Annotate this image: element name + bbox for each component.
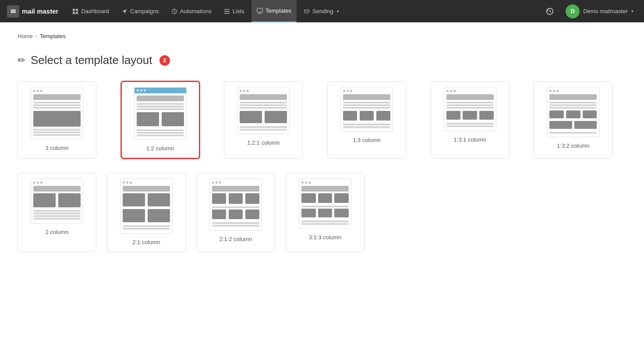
nav-automations-label: Automations (180, 8, 212, 14)
template-card-2-1col[interactable]: 2:1 column (107, 173, 186, 252)
template-card-1col[interactable]: 1 column (18, 81, 96, 159)
nav-campaigns-label: Campaigns (130, 8, 159, 14)
card-preview-2col (31, 178, 83, 224)
card-label-1col: 1 column (46, 145, 69, 151)
template-grid-row1: 1 column (18, 81, 626, 159)
breadcrumb-separator: › (35, 33, 37, 39)
card-label-3-1-3col: 3:1:3 column (309, 234, 341, 241)
card-preview-1-3col (340, 87, 393, 131)
svg-rect-9 (258, 13, 262, 14)
nav-templates[interactable]: Templates (251, 0, 297, 22)
history-button[interactable] (543, 4, 557, 18)
user-chevron: ▾ (631, 9, 633, 14)
main-content: Home › Templates ✏ Select a template lay… (0, 22, 644, 348)
brand-logo: ✉ mail master (7, 5, 58, 18)
template-grid-row2: 2 column 2:1 column (18, 173, 626, 252)
nav-automations[interactable]: Automations (166, 0, 217, 22)
nav-templates-label: Templates (265, 7, 291, 14)
page-title: Select a template layout (31, 53, 152, 67)
template-card-1-3col[interactable]: 1:3 column (327, 81, 406, 159)
nav-campaigns[interactable]: Campaigns (116, 0, 164, 22)
nav-dashboard-label: Dashboard (81, 8, 109, 14)
svg-rect-7 (224, 13, 230, 14)
breadcrumb: Home › Templates (18, 33, 626, 39)
card-label-2col: 2 column (46, 229, 69, 235)
breadcrumb-current: Templates (40, 33, 66, 39)
card-preview-1-3-1col (444, 87, 496, 131)
template-card-1-3-1col[interactable]: 1:3:1 column (431, 81, 510, 159)
svg-rect-8 (257, 8, 262, 12)
pencil-icon: ✏ (18, 55, 25, 66)
card-preview-1col (31, 87, 83, 139)
brand-icon: ✉ (7, 5, 19, 18)
card-label-1-2col: 1:2 column (146, 145, 174, 152)
card-preview-1-2col (134, 87, 187, 140)
brand-name: mail master (22, 7, 58, 15)
card-preview-2-1-2col (209, 178, 262, 231)
card-label-2-1-2col: 2:1:2 column (219, 236, 252, 242)
nav-lists-label: Lists (233, 8, 244, 14)
card-preview-1-3-2col (547, 87, 599, 137)
nav-sending-label: Sending (312, 8, 333, 14)
svg-rect-1 (76, 8, 78, 11)
nav-sending[interactable]: Sending ▾ (298, 0, 344, 22)
step-badge: 2 (159, 55, 170, 66)
card-preview-2-1col (120, 178, 173, 234)
card-label-1-3-1col: 1:3:1 column (453, 136, 486, 143)
navbar: ✉ mail master Dashboard Campaigns Automa… (0, 0, 644, 22)
card-preview-1-2-1col (237, 87, 290, 134)
breadcrumb-home[interactable]: Home (18, 33, 33, 39)
card-label-1-3-2col: 1:3:2 column (557, 142, 589, 149)
nav-lists[interactable]: Lists (219, 0, 250, 22)
svg-rect-2 (73, 11, 75, 14)
avatar: D (566, 4, 580, 18)
nav-right: D Demo mailmaster ▾ (543, 0, 637, 22)
nav-sending-chevron: ▾ (337, 9, 339, 14)
svg-rect-3 (76, 11, 78, 14)
card-preview-3-1-3col (299, 178, 351, 229)
nav-dashboard[interactable]: Dashboard (67, 0, 114, 22)
user-menu[interactable]: D Demo mailmaster ▾ (562, 0, 637, 22)
card-label-2-1col: 2:1 column (132, 239, 160, 245)
template-card-2col[interactable]: 2 column (18, 173, 96, 252)
template-card-3-1-3col[interactable]: 3:1:3 column (286, 173, 364, 252)
page-title-row: ✏ Select a template layout 2 (18, 53, 626, 67)
template-card-1-3-2col[interactable]: 1:3:2 column (534, 81, 612, 159)
card-label-1-2-1col: 1:2:1 column (247, 139, 280, 146)
template-card-1-2-1col[interactable]: 1:2:1 column (224, 81, 303, 159)
template-card-2-1-2col[interactable]: 2:1:2 column (196, 173, 275, 252)
template-card-1-2col[interactable]: 1:2 column (121, 81, 200, 159)
user-name: Demo mailmaster (583, 8, 628, 14)
svg-rect-5 (224, 9, 230, 10)
card-label-1-3col: 1:3 column (353, 137, 381, 143)
svg-rect-0 (73, 8, 75, 11)
svg-rect-6 (224, 11, 230, 12)
